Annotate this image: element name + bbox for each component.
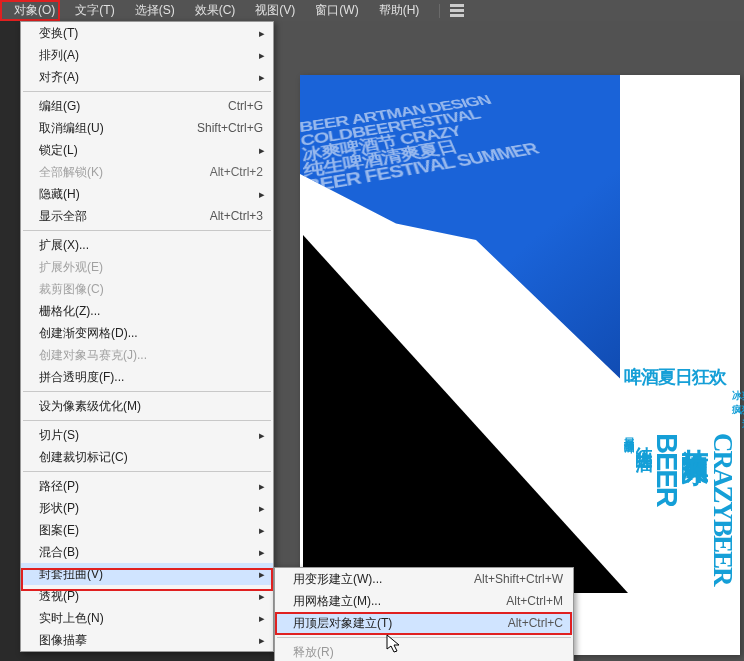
menu-shape[interactable]: 形状(P) — [21, 497, 273, 519]
menu-expand-appearance: 扩展外观(E) — [21, 256, 273, 278]
menu-arrange[interactable]: 排列(A) — [21, 44, 273, 66]
panel-toggle-icon[interactable] — [450, 4, 468, 18]
menu-rasterize[interactable]: 栅格化(Z)... — [21, 300, 273, 322]
mouse-cursor-icon — [386, 634, 404, 654]
menu-live-paint[interactable]: 实时上色(N) — [21, 607, 273, 629]
menu-flatten-transparency[interactable]: 拼合透明度(F)... — [21, 366, 273, 388]
annotation-highlight-envelope — [21, 568, 273, 591]
menu-select[interactable]: 选择(S) — [125, 0, 185, 21]
menu-window[interactable]: 窗口(W) — [305, 0, 368, 21]
submenu-make-with-warp[interactable]: 用变形建立(W)...Alt+Shift+Ctrl+W — [275, 568, 573, 590]
side-text-block: 啤酒夏日狂欢 冰爽夏日疯狂啤酒邀您喝 啤酒节夏日 纯生啤酒 BEER 冰爽啤酒节… — [624, 365, 744, 613]
toolbar-separator — [439, 4, 440, 18]
menu-expand[interactable]: 扩展(X)... — [21, 234, 273, 256]
menu-pixel-perfect[interactable]: 设为像素级优化(M) — [21, 395, 273, 417]
menu-separator — [23, 420, 271, 421]
menu-blend[interactable]: 混合(B) — [21, 541, 273, 563]
menu-crop-marks[interactable]: 创建裁切标记(C) — [21, 446, 273, 468]
menu-object-mosaic: 创建对象马赛克(J)... — [21, 344, 273, 366]
menu-separator — [23, 391, 271, 392]
menu-help[interactable]: 帮助(H) — [369, 0, 430, 21]
submenu-make-with-mesh[interactable]: 用网格建立(M)...Alt+Ctrl+M — [275, 590, 573, 612]
menubar: 对象(O) 文字(T) 选择(S) 效果(C) 视图(V) 窗口(W) 帮助(H… — [0, 0, 744, 21]
menu-path[interactable]: 路径(P) — [21, 475, 273, 497]
menu-separator — [23, 230, 271, 231]
menu-separator — [277, 637, 571, 638]
menu-image-trace[interactable]: 图像描摹 — [21, 629, 273, 651]
menu-separator — [23, 91, 271, 92]
menu-gradient-mesh[interactable]: 创建渐变网格(D)... — [21, 322, 273, 344]
menu-effect[interactable]: 效果(C) — [185, 0, 246, 21]
canvas-area[interactable]: 啤酒狂欢节 纯色啤酒夏日狂欢 疯凉BEERARTMANSDESIGN冰爽夏日 纯… — [274, 21, 744, 661]
menu-transform[interactable]: 变换(T) — [21, 22, 273, 44]
menu-show-all[interactable]: 显示全部Alt+Ctrl+3 — [21, 205, 273, 227]
annotation-highlight-make-top — [275, 612, 572, 635]
menu-text[interactable]: 文字(T) — [65, 0, 124, 21]
menu-pattern[interactable]: 图案(E) — [21, 519, 273, 541]
annotation-highlight-object-menu — [0, 0, 60, 21]
menu-view[interactable]: 视图(V) — [245, 0, 305, 21]
menu-group[interactable]: 编组(G)Ctrl+G — [21, 95, 273, 117]
menu-unlock-all: 全部解锁(K)Alt+Ctrl+2 — [21, 161, 273, 183]
object-menu-dropdown: 变换(T) 排列(A) 对齐(A) 编组(G)Ctrl+G 取消编组(U)Shi… — [20, 21, 274, 652]
menu-slice[interactable]: 切片(S) — [21, 424, 273, 446]
submenu-release: 释放(R) — [275, 641, 573, 661]
menu-align[interactable]: 对齐(A) — [21, 66, 273, 88]
menu-crop-image: 裁剪图像(C) — [21, 278, 273, 300]
menu-lock[interactable]: 锁定(L) — [21, 139, 273, 161]
menu-hide[interactable]: 隐藏(H) — [21, 183, 273, 205]
menu-ungroup[interactable]: 取消编组(U)Shift+Ctrl+G — [21, 117, 273, 139]
menu-separator — [23, 471, 271, 472]
